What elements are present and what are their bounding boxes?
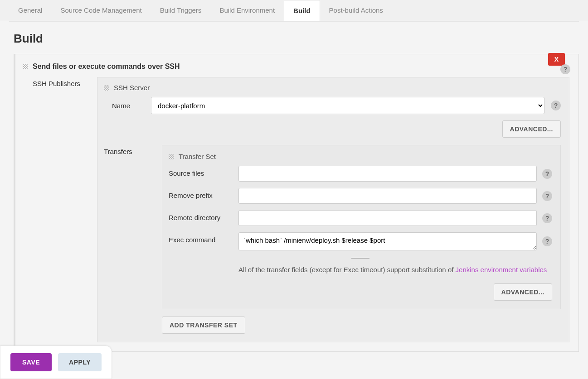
remove-step-button[interactable]: X [548,53,565,66]
tab-build-triggers[interactable]: Build Triggers [151,0,211,21]
ssh-name-label: Name [104,102,145,110]
transfer-advanced-button[interactable]: ADVANCED... [494,283,552,301]
footer-actions: SAVE APPLY [0,345,112,361]
help-icon[interactable]: ? [560,64,570,74]
exec-command-input[interactable] [238,232,537,250]
config-tabs: General Source Code Management Build Tri… [0,0,588,21]
tab-post-build-actions[interactable]: Post-build Actions [320,0,392,21]
save-button[interactable]: SAVE [10,353,52,361]
remove-prefix-label: Remove prefix [169,188,232,199]
tab-general[interactable]: General [9,0,51,21]
step-title: Send files or execute commands over SSH [33,62,180,71]
remote-directory-label: Remote directory [169,210,232,221]
help-icon[interactable]: ? [542,191,552,201]
drag-handle-icon[interactable] [169,154,174,159]
tab-scm[interactable]: Source Code Management [51,0,151,21]
transfer-set-title: Transfer Set [179,153,216,160]
remove-prefix-input[interactable] [238,188,537,204]
step-header: Send files or execute commands over SSH [21,60,569,77]
apply-button[interactable]: APPLY [58,353,102,361]
source-files-label: Source files [169,166,232,177]
tab-build[interactable]: Build [284,0,320,21]
build-step-ssh: X ? Send files or execute commands over … [14,54,579,352]
help-icon[interactable]: ? [542,213,552,223]
ssh-server-advanced-button[interactable]: ADVANCED... [502,120,561,138]
ssh-publishers-label: SSH Publishers [21,77,89,87]
transfer-note: All of the transfer fields (except for E… [238,265,552,275]
help-icon[interactable]: ? [551,101,561,110]
drag-handle-icon[interactable] [23,64,28,69]
remote-directory-input[interactable] [238,210,537,226]
ssh-server-title: SSH Server [114,84,150,91]
transfers-label: Transfers [104,145,154,155]
transfer-set-panel: Transfer Set Source files ? Remove [162,145,561,309]
ssh-server-panel: SSH Server Name docker-platform ? ADVANC… [97,77,569,342]
add-transfer-set-button[interactable]: ADD TRANSFER SET [162,317,245,334]
env-vars-link[interactable]: Jenkins environment variables [456,266,547,273]
source-files-input[interactable] [238,166,537,182]
drag-handle-icon[interactable] [104,85,109,91]
page-title: Build [0,22,588,54]
exec-command-label: Exec command [169,232,232,244]
help-icon[interactable]: ? [542,236,552,246]
help-icon[interactable]: ? [542,169,552,179]
ssh-server-name-select[interactable]: docker-platform [151,97,544,114]
resize-handle[interactable] [351,257,369,259]
tab-build-environment[interactable]: Build Environment [210,0,284,21]
